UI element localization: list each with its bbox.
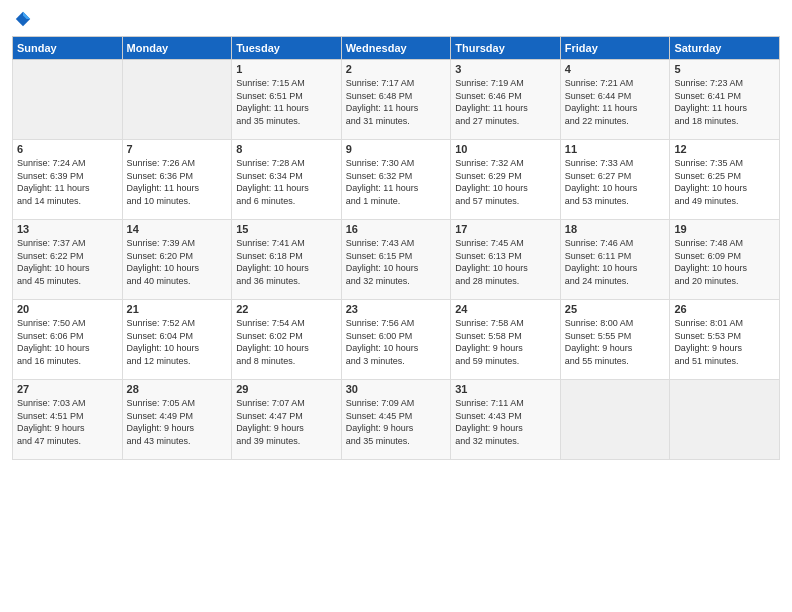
calendar-cell: 31Sunrise: 7:11 AM Sunset: 4:43 PM Dayli… bbox=[451, 380, 561, 460]
day-header-wednesday: Wednesday bbox=[341, 37, 451, 60]
day-number: 24 bbox=[455, 303, 556, 315]
day-number: 28 bbox=[127, 383, 228, 395]
day-number: 31 bbox=[455, 383, 556, 395]
day-number: 18 bbox=[565, 223, 666, 235]
page-container: SundayMondayTuesdayWednesdayThursdayFrid… bbox=[0, 0, 792, 468]
day-info: Sunrise: 7:03 AM Sunset: 4:51 PM Dayligh… bbox=[17, 397, 118, 447]
calendar-cell: 5Sunrise: 7:23 AM Sunset: 6:41 PM Daylig… bbox=[670, 60, 780, 140]
day-number: 13 bbox=[17, 223, 118, 235]
calendar-cell bbox=[13, 60, 123, 140]
calendar-cell: 8Sunrise: 7:28 AM Sunset: 6:34 PM Daylig… bbox=[232, 140, 342, 220]
calendar-cell: 1Sunrise: 7:15 AM Sunset: 6:51 PM Daylig… bbox=[232, 60, 342, 140]
day-header-tuesday: Tuesday bbox=[232, 37, 342, 60]
calendar-cell: 10Sunrise: 7:32 AM Sunset: 6:29 PM Dayli… bbox=[451, 140, 561, 220]
calendar-table: SundayMondayTuesdayWednesdayThursdayFrid… bbox=[12, 36, 780, 460]
day-info: Sunrise: 7:11 AM Sunset: 4:43 PM Dayligh… bbox=[455, 397, 556, 447]
calendar-cell: 21Sunrise: 7:52 AM Sunset: 6:04 PM Dayli… bbox=[122, 300, 232, 380]
day-info: Sunrise: 7:56 AM Sunset: 6:00 PM Dayligh… bbox=[346, 317, 447, 367]
day-info: Sunrise: 7:17 AM Sunset: 6:48 PM Dayligh… bbox=[346, 77, 447, 127]
calendar-cell: 3Sunrise: 7:19 AM Sunset: 6:46 PM Daylig… bbox=[451, 60, 561, 140]
day-number: 19 bbox=[674, 223, 775, 235]
day-info: Sunrise: 7:19 AM Sunset: 6:46 PM Dayligh… bbox=[455, 77, 556, 127]
day-number: 27 bbox=[17, 383, 118, 395]
week-row-3: 13Sunrise: 7:37 AM Sunset: 6:22 PM Dayli… bbox=[13, 220, 780, 300]
day-info: Sunrise: 7:05 AM Sunset: 4:49 PM Dayligh… bbox=[127, 397, 228, 447]
calendar-cell: 13Sunrise: 7:37 AM Sunset: 6:22 PM Dayli… bbox=[13, 220, 123, 300]
calendar-cell bbox=[122, 60, 232, 140]
day-info: Sunrise: 7:32 AM Sunset: 6:29 PM Dayligh… bbox=[455, 157, 556, 207]
day-number: 14 bbox=[127, 223, 228, 235]
calendar-cell: 22Sunrise: 7:54 AM Sunset: 6:02 PM Dayli… bbox=[232, 300, 342, 380]
calendar-cell: 25Sunrise: 8:00 AM Sunset: 5:55 PM Dayli… bbox=[560, 300, 670, 380]
day-number: 7 bbox=[127, 143, 228, 155]
day-info: Sunrise: 7:45 AM Sunset: 6:13 PM Dayligh… bbox=[455, 237, 556, 287]
day-info: Sunrise: 7:52 AM Sunset: 6:04 PM Dayligh… bbox=[127, 317, 228, 367]
calendar-cell: 2Sunrise: 7:17 AM Sunset: 6:48 PM Daylig… bbox=[341, 60, 451, 140]
calendar-cell: 18Sunrise: 7:46 AM Sunset: 6:11 PM Dayli… bbox=[560, 220, 670, 300]
week-row-1: 1Sunrise: 7:15 AM Sunset: 6:51 PM Daylig… bbox=[13, 60, 780, 140]
logo-icon bbox=[14, 10, 32, 28]
calendar-cell: 20Sunrise: 7:50 AM Sunset: 6:06 PM Dayli… bbox=[13, 300, 123, 380]
day-info: Sunrise: 7:43 AM Sunset: 6:15 PM Dayligh… bbox=[346, 237, 447, 287]
day-header-monday: Monday bbox=[122, 37, 232, 60]
calendar-cell: 11Sunrise: 7:33 AM Sunset: 6:27 PM Dayli… bbox=[560, 140, 670, 220]
day-info: Sunrise: 7:35 AM Sunset: 6:25 PM Dayligh… bbox=[674, 157, 775, 207]
calendar-cell: 30Sunrise: 7:09 AM Sunset: 4:45 PM Dayli… bbox=[341, 380, 451, 460]
calendar-cell: 17Sunrise: 7:45 AM Sunset: 6:13 PM Dayli… bbox=[451, 220, 561, 300]
calendar-cell: 9Sunrise: 7:30 AM Sunset: 6:32 PM Daylig… bbox=[341, 140, 451, 220]
day-number: 16 bbox=[346, 223, 447, 235]
day-number: 22 bbox=[236, 303, 337, 315]
calendar-cell: 16Sunrise: 7:43 AM Sunset: 6:15 PM Dayli… bbox=[341, 220, 451, 300]
day-info: Sunrise: 8:01 AM Sunset: 5:53 PM Dayligh… bbox=[674, 317, 775, 367]
calendar-cell: 27Sunrise: 7:03 AM Sunset: 4:51 PM Dayli… bbox=[13, 380, 123, 460]
day-info: Sunrise: 7:41 AM Sunset: 6:18 PM Dayligh… bbox=[236, 237, 337, 287]
day-info: Sunrise: 7:07 AM Sunset: 4:47 PM Dayligh… bbox=[236, 397, 337, 447]
calendar-cell: 7Sunrise: 7:26 AM Sunset: 6:36 PM Daylig… bbox=[122, 140, 232, 220]
day-number: 10 bbox=[455, 143, 556, 155]
day-info: Sunrise: 7:54 AM Sunset: 6:02 PM Dayligh… bbox=[236, 317, 337, 367]
day-number: 23 bbox=[346, 303, 447, 315]
calendar-cell: 24Sunrise: 7:58 AM Sunset: 5:58 PM Dayli… bbox=[451, 300, 561, 380]
day-number: 9 bbox=[346, 143, 447, 155]
day-info: Sunrise: 7:39 AM Sunset: 6:20 PM Dayligh… bbox=[127, 237, 228, 287]
day-info: Sunrise: 7:30 AM Sunset: 6:32 PM Dayligh… bbox=[346, 157, 447, 207]
day-info: Sunrise: 7:37 AM Sunset: 6:22 PM Dayligh… bbox=[17, 237, 118, 287]
calendar-cell bbox=[560, 380, 670, 460]
calendar-cell: 12Sunrise: 7:35 AM Sunset: 6:25 PM Dayli… bbox=[670, 140, 780, 220]
day-number: 8 bbox=[236, 143, 337, 155]
day-number: 1 bbox=[236, 63, 337, 75]
day-info: Sunrise: 7:48 AM Sunset: 6:09 PM Dayligh… bbox=[674, 237, 775, 287]
day-info: Sunrise: 7:50 AM Sunset: 6:06 PM Dayligh… bbox=[17, 317, 118, 367]
day-number: 2 bbox=[346, 63, 447, 75]
day-info: Sunrise: 7:21 AM Sunset: 6:44 PM Dayligh… bbox=[565, 77, 666, 127]
calendar-cell: 19Sunrise: 7:48 AM Sunset: 6:09 PM Dayli… bbox=[670, 220, 780, 300]
day-info: Sunrise: 7:58 AM Sunset: 5:58 PM Dayligh… bbox=[455, 317, 556, 367]
day-info: Sunrise: 7:46 AM Sunset: 6:11 PM Dayligh… bbox=[565, 237, 666, 287]
day-number: 17 bbox=[455, 223, 556, 235]
day-number: 21 bbox=[127, 303, 228, 315]
day-number: 11 bbox=[565, 143, 666, 155]
day-number: 4 bbox=[565, 63, 666, 75]
day-number: 15 bbox=[236, 223, 337, 235]
day-info: Sunrise: 7:26 AM Sunset: 6:36 PM Dayligh… bbox=[127, 157, 228, 207]
calendar-cell: 28Sunrise: 7:05 AM Sunset: 4:49 PM Dayli… bbox=[122, 380, 232, 460]
week-row-4: 20Sunrise: 7:50 AM Sunset: 6:06 PM Dayli… bbox=[13, 300, 780, 380]
week-row-2: 6Sunrise: 7:24 AM Sunset: 6:39 PM Daylig… bbox=[13, 140, 780, 220]
day-info: Sunrise: 8:00 AM Sunset: 5:55 PM Dayligh… bbox=[565, 317, 666, 367]
day-number: 25 bbox=[565, 303, 666, 315]
day-header-thursday: Thursday bbox=[451, 37, 561, 60]
day-info: Sunrise: 7:15 AM Sunset: 6:51 PM Dayligh… bbox=[236, 77, 337, 127]
day-number: 26 bbox=[674, 303, 775, 315]
calendar-cell: 26Sunrise: 8:01 AM Sunset: 5:53 PM Dayli… bbox=[670, 300, 780, 380]
day-number: 30 bbox=[346, 383, 447, 395]
logo bbox=[12, 10, 32, 28]
day-header-sunday: Sunday bbox=[13, 37, 123, 60]
calendar-cell: 6Sunrise: 7:24 AM Sunset: 6:39 PM Daylig… bbox=[13, 140, 123, 220]
day-number: 20 bbox=[17, 303, 118, 315]
header-row: SundayMondayTuesdayWednesdayThursdayFrid… bbox=[13, 37, 780, 60]
day-number: 5 bbox=[674, 63, 775, 75]
day-header-saturday: Saturday bbox=[670, 37, 780, 60]
day-header-friday: Friday bbox=[560, 37, 670, 60]
day-number: 3 bbox=[455, 63, 556, 75]
day-info: Sunrise: 7:23 AM Sunset: 6:41 PM Dayligh… bbox=[674, 77, 775, 127]
